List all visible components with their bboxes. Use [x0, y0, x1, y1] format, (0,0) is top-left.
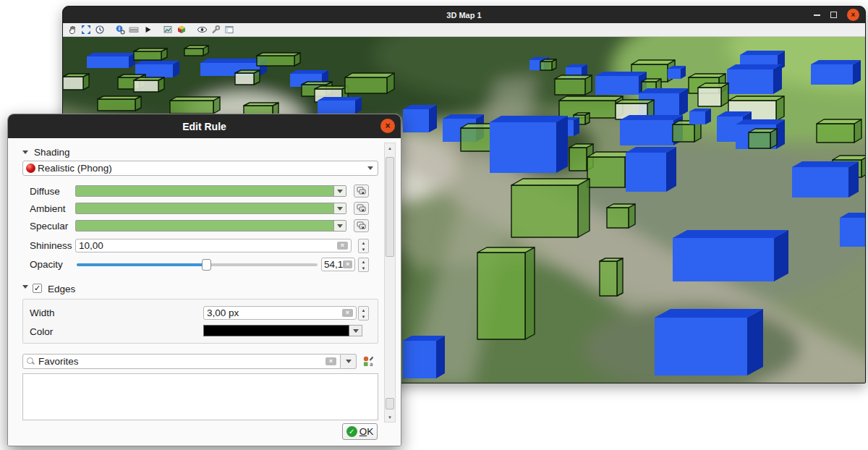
opacity-input[interactable]: 54,1 × [321, 258, 355, 271]
style-filter-value: Favorites [38, 356, 322, 367]
collapse-triangle-icon[interactable] [22, 285, 28, 289]
spin-down-icon[interactable]: ▼ [359, 265, 368, 271]
opacity-spinner[interactable]: ▲ ▼ [358, 258, 369, 272]
pan-camera-icon[interactable] [67, 25, 78, 35]
dialog-scrollbar[interactable]: ▲ ▼ [384, 143, 396, 423]
desktop: 3D Map 1 × i [0, 0, 868, 450]
configure-wrench-icon[interactable] [210, 25, 221, 35]
edge-width-spinner[interactable]: ▲ ▼ [358, 306, 369, 320]
ambient-override-button[interactable] [354, 202, 369, 215]
chevron-down-icon [367, 166, 373, 170]
opacity-slider[interactable] [77, 263, 318, 266]
diffuse-color-button[interactable] [75, 185, 346, 197]
scrollbar-thumb[interactable] [386, 157, 394, 257]
spin-up-icon[interactable]: ▲ [359, 258, 368, 265]
svg-text:a: a [370, 361, 373, 367]
scroll-down-icon[interactable]: ▼ [385, 412, 395, 422]
camera-eye-icon[interactable] [196, 25, 208, 35]
scrollbar-thumb-lower [386, 398, 394, 409]
shading-type-combobox[interactable]: Realistic (Phong) [22, 161, 378, 176]
style-manager-button[interactable]: a [362, 355, 375, 368]
edge-width-input[interactable]: 3,00 px × [203, 306, 357, 320]
dialog-close-icon[interactable]: × [380, 119, 395, 133]
shading-section-header[interactable]: Shading [22, 147, 70, 158]
edit-rule-dialog: Edit Rule × Shading Realistic (Phong) Di… [7, 114, 401, 446]
opacity-value: 54,1 [324, 259, 343, 270]
edge-color-swatch[interactable] [203, 325, 349, 336]
map-toolbar: i [63, 23, 865, 37]
map-window-title: 3D Map 1 [446, 11, 481, 20]
svg-text:i: i [119, 26, 120, 32]
diffuse-label: Diffuse [30, 186, 60, 197]
clear-icon[interactable]: × [343, 260, 352, 268]
shading-type-value: Realistic (Phong) [38, 163, 367, 174]
spin-up-icon[interactable]: ▲ [359, 307, 368, 313]
check-icon: ✓ [34, 284, 41, 292]
style-favorites-list[interactable] [22, 373, 378, 420]
dialog-body: Shading Realistic (Phong) Diffuse Ambien… [8, 138, 401, 446]
identify-icon[interactable]: i [114, 25, 126, 35]
export-3d-scene-icon[interactable] [176, 25, 187, 35]
style-filter-dropdown[interactable] [341, 354, 357, 369]
opacity-slider-fill [77, 263, 207, 266]
ok-button-label: OK [359, 426, 374, 437]
maximize-icon[interactable] [830, 12, 837, 18]
measure-line-icon[interactable] [128, 25, 140, 35]
shininess-input[interactable]: 10,00 × [75, 239, 352, 252]
spin-down-icon[interactable]: ▼ [359, 313, 368, 320]
clear-icon[interactable]: × [337, 242, 348, 250]
edge-width-value: 3,00 px [207, 307, 342, 318]
edges-section-header[interactable] [22, 285, 28, 289]
shading-section-label: Shading [34, 147, 70, 158]
data-defined-override-icon [357, 204, 367, 213]
spin-down-icon[interactable]: ▼ [359, 246, 368, 252]
ok-button[interactable]: ✓ OK [342, 423, 378, 440]
opacity-label: Opacity [30, 259, 63, 270]
map-window-titlebar[interactable]: 3D Map 1 × [63, 7, 865, 23]
shininess-value: 10,00 [79, 240, 337, 251]
dock-panel-icon[interactable] [224, 25, 235, 35]
edge-width-label: Width [30, 307, 55, 318]
dialog-title: Edit Rule [182, 121, 226, 132]
edge-color-dropdown[interactable] [349, 325, 362, 336]
edges-section-label: Edges [48, 284, 75, 294]
shininess-spinner[interactable]: ▲ ▼ [358, 239, 369, 253]
minimize-icon[interactable] [814, 14, 820, 16]
specular-label: Specular [30, 221, 68, 232]
chevron-down-icon[interactable] [333, 203, 346, 213]
export-image-icon[interactable] [162, 25, 174, 35]
zoom-full-icon[interactable] [80, 25, 92, 35]
ambient-color-button[interactable] [75, 203, 346, 214]
ok-check-icon: ✓ [346, 426, 357, 437]
play-animation-icon[interactable] [142, 25, 153, 35]
animation-clock-icon[interactable] [94, 25, 106, 35]
specular-override-button[interactable] [354, 219, 369, 232]
diffuse-override-button[interactable] [354, 184, 369, 198]
phong-sphere-icon [26, 164, 35, 173]
opacity-slider-handle[interactable] [202, 259, 211, 271]
shininess-label: Shininess [30, 240, 72, 251]
spin-up-icon[interactable]: ▲ [359, 239, 368, 246]
search-icon [27, 357, 35, 365]
ambient-label: Ambient [30, 203, 66, 214]
chevron-down-icon[interactable] [333, 221, 346, 231]
edges-checkbox[interactable]: ✓ [33, 284, 42, 293]
data-defined-override-icon [357, 221, 367, 230]
window-close-icon[interactable]: × [847, 9, 859, 21]
clear-icon[interactable]: × [342, 309, 353, 317]
dialog-titlebar[interactable]: Edit Rule × [8, 114, 401, 138]
clear-icon[interactable]: × [326, 357, 336, 365]
scroll-up-icon[interactable]: ▲ [385, 143, 395, 153]
style-search-input[interactable]: Favorites × [22, 354, 341, 369]
collapse-triangle-icon[interactable] [22, 150, 28, 154]
style-manager-icon: a [363, 356, 374, 367]
data-defined-override-icon [357, 187, 367, 195]
edge-color-label: Color [30, 326, 53, 337]
chevron-down-icon[interactable] [333, 186, 346, 196]
specular-color-button[interactable] [75, 220, 346, 232]
